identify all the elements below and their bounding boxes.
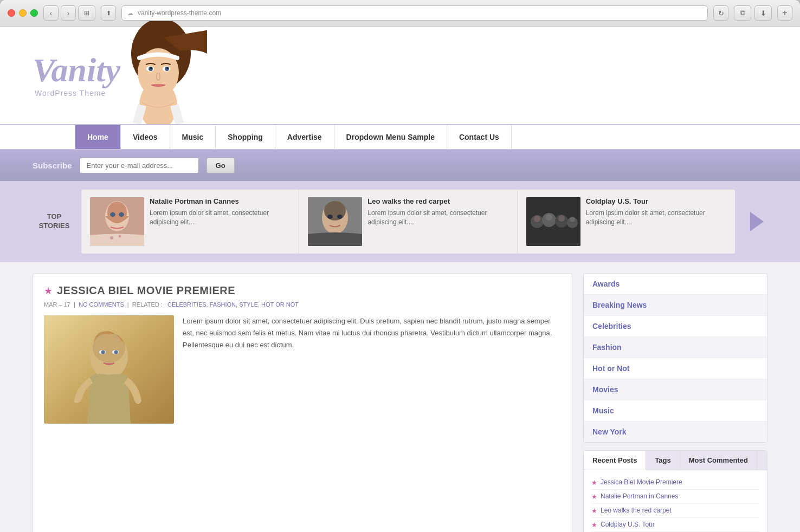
nav-home[interactable]: Home [75,125,121,149]
story-thumb-natalie [90,197,144,246]
story-content-1: Natalie Portman in Cannes Lorem ipsum do… [150,197,290,227]
svg-point-29 [570,217,575,222]
recent-post-title-3: Leo walks the red carpet [601,507,672,514]
story-excerpt-1: Lorem ipsum dolor sit amet, consectetuer… [150,209,290,227]
recent-post-title-4: Coldplay U.S. Tour [601,521,655,528]
blog-section: ★ JESSICA BIEL MOVIE PREMIERE MAR – 17 |… [33,273,572,532]
categories-widget: Awards Breaking News Celebrities Fashion… [583,273,767,443]
recent-post-3[interactable]: ★ Leo walks the red carpet [591,504,759,518]
main-nav: Home Videos Music Shopping Advertise Dro… [0,124,800,150]
svg-point-37 [114,351,118,354]
post-tag-fashion[interactable]: FASHION [210,301,236,308]
story-content-3: Coldplay U.S. Tour Lorem ipsum dolor sit… [586,197,726,227]
page-content: Vanity WordPress Theme [0,27,800,532]
recent-star-icon-4: ★ [591,521,597,529]
cat-breaking-news[interactable]: Breaking News [584,295,767,316]
post-image [44,315,174,424]
svg-point-18 [324,201,346,220]
post-star-icon: ★ [44,285,53,297]
post-tag-celebrities[interactable]: CELEBRITIES [167,301,207,308]
nav-buttons: ‹ › ⊞ [43,5,95,21]
cat-fashion[interactable]: Fashion [584,337,767,358]
tab-tags[interactable]: Tags [646,451,680,470]
post-title: JESSICA BIEL MOVIE PREMIERE [57,284,235,297]
nav-inner: Home Videos Music Shopping Advertise Dro… [75,125,725,149]
story-excerpt-2: Lorem ipsum dolor sit amet, consectetuer… [367,209,508,227]
post-tag-style[interactable]: STYLE [239,301,258,308]
sidebar-button[interactable]: ⊞ [78,5,95,21]
logo-area: Vanity WordPress Theme [33,32,207,119]
right-sidebar: Awards Breaking News Celebrities Fashion… [583,273,767,532]
subscribe-label: Subscribe [33,161,72,170]
tab-recent-posts[interactable]: Recent Posts [584,451,646,470]
story-item-1[interactable]: Natalie Portman in Cannes Lorem ipsum do… [81,190,299,254]
story-item-2[interactable]: Leo walks the red carpet Lorem ipsum dol… [299,190,517,254]
nav-dropdown-sample[interactable]: Dropdown Menu Sample [334,125,447,149]
site-logo[interactable]: Vanity [33,53,120,87]
cloud-icon: ☁ [127,10,133,17]
cat-movies[interactable]: Movies [584,379,767,400]
cat-music[interactable]: Music [584,400,767,421]
recent-post-1[interactable]: ★ Jessica Biel Movie Premiere [591,476,759,490]
nav-contact[interactable]: Contact Us [447,125,512,149]
top-stories-label: TOPSTORIES [33,212,76,231]
svg-point-27 [546,214,552,220]
address-text: vanity-wordpress-theme.com [138,9,221,17]
reload-button[interactable]: ↻ [713,5,728,21]
carousel-next-button[interactable] [740,212,767,231]
new-tab-button[interactable]: + [777,5,792,21]
back-button[interactable]: ‹ [43,5,59,21]
minimize-button[interactable] [19,9,27,17]
recent-tabs: Recent Posts Tags Most Commented [584,451,767,470]
forward-button[interactable]: › [61,5,76,21]
browser-actions: ⧉ ⬇ [734,5,772,21]
duplicate-button[interactable]: ⧉ [734,5,751,21]
cat-new-york[interactable]: New York [584,421,767,442]
tab-most-commented[interactable]: Most Commented [680,451,757,470]
svg-point-7 [150,67,152,69]
story-item-3[interactable]: Coldplay U.S. Tour Lorem ipsum dolor sit… [518,190,735,254]
story-content-2: Leo walks the red carpet Lorem ipsum dol… [367,197,508,227]
story-excerpt-3: Lorem ipsum dolor sit amet, consectetuer… [586,209,726,227]
recent-star-icon-2: ★ [591,493,597,501]
svg-point-8 [166,67,169,69]
address-bar[interactable]: ☁ vanity-wordpress-theme.com [121,5,708,21]
svg-point-12 [110,212,115,217]
cat-awards[interactable]: Awards [584,274,767,295]
svg-point-14 [110,236,113,239]
nav-shopping[interactable]: Shopping [216,125,275,149]
post-body: Lorem ipsum dolor sit amet, consectetuer… [44,315,561,424]
recent-posts-list: ★ Jessica Biel Movie Premiere ★ Natalie … [584,470,767,532]
story-thumb-coldplay [526,197,580,246]
post-title-row: ★ JESSICA BIEL MOVIE PREMIERE [44,284,561,297]
story-title-1: Natalie Portman in Cannes [150,197,290,205]
post-tag-hotornot[interactable]: HOT OR NOT [261,301,299,308]
nav-advertise[interactable]: Advertise [275,125,334,149]
nav-music[interactable]: Music [170,125,216,149]
svg-point-36 [101,351,105,354]
svg-point-13 [119,212,124,217]
cat-hot-or-not[interactable]: Hot or Not [584,358,767,379]
cat-celebrities[interactable]: Celebrities [584,316,767,337]
recent-star-icon-3: ★ [591,507,597,515]
recent-post-title-2: Natalie Portman in Cannes [601,492,678,500]
email-input[interactable] [80,158,199,173]
share-button[interactable]: ⬆ [101,5,116,21]
story-thumb-leo [308,197,362,246]
subscribe-bar: Subscribe Go [0,150,800,181]
nav-videos[interactable]: Videos [121,125,170,149]
traffic-lights [8,9,38,17]
subscribe-button[interactable]: Go [207,158,235,173]
recent-post-4[interactable]: ★ Coldplay U.S. Tour [591,518,759,532]
close-button[interactable] [8,9,15,17]
post-excerpt: Lorem ipsum dolor sit amet, consectetuer… [183,315,561,424]
logo-text-wrap: Vanity WordPress Theme [33,53,120,98]
download-button[interactable]: ⬇ [754,5,772,21]
post-comments-link[interactable]: NO COMMENTS [79,301,124,308]
post-related-label: RELATED : [132,301,163,308]
story-title-3: Coldplay U.S. Tour [586,197,726,205]
maximize-button[interactable] [30,9,38,17]
recent-post-2[interactable]: ★ Natalie Portman in Cannes [591,490,759,504]
next-arrow-icon [744,212,764,231]
svg-point-26 [534,216,540,222]
